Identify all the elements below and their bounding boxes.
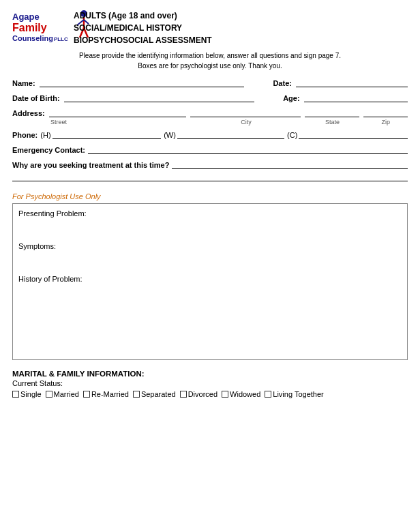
- checkbox-living-together-label: Living Together: [273, 390, 323, 398]
- psych-box: Presenting Problem: Symptoms: History of…: [12, 203, 408, 360]
- why-row: Why are you seeking treatment at this ti…: [12, 160, 408, 169]
- phone-w-input[interactable]: [177, 130, 284, 139]
- psych-section: For Psychologist Use Only Presenting Pro…: [12, 192, 408, 360]
- checkbox-separated[interactable]: Separated: [133, 390, 176, 398]
- phone-c-input[interactable]: [299, 130, 408, 139]
- why-extra-line[interactable]: [12, 172, 408, 181]
- checkbox-single-label: Single: [20, 390, 42, 398]
- checkbox-married-box[interactable]: [46, 391, 52, 398]
- checkbox-remarried-box[interactable]: [83, 391, 90, 398]
- logo: Agape Family CounselingPLLC: [12, 12, 67, 44]
- psych-label: For Psychologist Use Only: [12, 192, 408, 200]
- checkbox-living-together-box[interactable]: [265, 391, 271, 398]
- checkbox-married-label: Married: [54, 390, 79, 398]
- phone-row: Phone: (H) (W) (C): [12, 130, 408, 139]
- phone-c-group: (C): [287, 130, 408, 139]
- address-label: Address:: [12, 109, 45, 117]
- address-sublabels: Street City State Zip: [12, 119, 408, 125]
- age-input[interactable]: [304, 93, 408, 102]
- checkbox-widowed-label: Widowed: [230, 390, 260, 398]
- checkbox-living-together[interactable]: Living Together: [265, 390, 323, 398]
- address-street-input[interactable]: [49, 108, 187, 117]
- name-input[interactable]: [40, 78, 245, 87]
- dob-label: Date of Birth:: [12, 94, 60, 102]
- address-city-input[interactable]: [190, 108, 300, 117]
- header-titles: ADULTS (Age 18 and over) SOCIAL/MEDICAL …: [74, 10, 212, 46]
- phone-c-label: (C): [287, 131, 297, 139]
- checkbox-remarried-label: Re-Married: [91, 390, 129, 398]
- checkbox-separated-box[interactable]: [133, 391, 140, 398]
- emergency-input[interactable]: [88, 145, 408, 154]
- name-date-row: Name: Date:: [12, 78, 408, 87]
- phone-label: Phone:: [12, 131, 38, 139]
- checkbox-divorced-label: Divorced: [188, 390, 217, 398]
- logo-text: Agape Family CounselingPLLC: [12, 12, 68, 42]
- checkbox-married[interactable]: Married: [46, 390, 79, 398]
- checkboxes-row: Single Married Re-Married Separated Divo…: [12, 390, 408, 398]
- phone-h-label: (H): [40, 131, 50, 139]
- phone-w-group: (W): [164, 130, 284, 139]
- presenting-problem-label: Presenting Problem:: [18, 209, 402, 218]
- history-label: History of Problem:: [18, 275, 402, 283]
- checkbox-widowed[interactable]: Widowed: [222, 390, 260, 398]
- checkbox-separated-label: Separated: [141, 390, 176, 398]
- name-label: Name:: [12, 79, 35, 87]
- age-label: Age:: [283, 94, 299, 102]
- page-header: Agape Family CounselingPLLC ADULT: [12, 10, 408, 46]
- checkbox-divorced[interactable]: Divorced: [180, 390, 217, 398]
- phone-h-group: (H): [40, 130, 161, 139]
- date-label: Date:: [273, 79, 292, 87]
- address-zip-input[interactable]: [363, 108, 408, 117]
- marital-title: MARITAL & FAMILY INFORMATION:: [12, 370, 408, 378]
- marital-status-label: Current Status:: [12, 379, 408, 387]
- symptoms-label: Symptoms:: [18, 242, 402, 250]
- subtitle: Please provide the identifying informati…: [12, 50, 408, 71]
- date-input[interactable]: [296, 78, 408, 87]
- checkbox-divorced-box[interactable]: [180, 391, 187, 398]
- checkbox-widowed-box[interactable]: [222, 391, 228, 398]
- phone-w-label: (W): [164, 131, 176, 139]
- dob-age-row: Date of Birth: Age:: [12, 93, 408, 102]
- checkbox-remarried[interactable]: Re-Married: [83, 390, 129, 398]
- phone-h-input[interactable]: [52, 130, 162, 139]
- checkbox-single[interactable]: Single: [12, 390, 42, 398]
- checkbox-single-box[interactable]: [12, 391, 19, 398]
- why-input[interactable]: [172, 160, 408, 169]
- why-label: Why are you seeking treatment at this ti…: [12, 161, 169, 169]
- address-state-input[interactable]: [305, 108, 360, 117]
- marital-section: MARITAL & FAMILY INFORMATION: Current St…: [12, 370, 408, 398]
- emergency-row: Emergency Contact:: [12, 145, 408, 154]
- address-row: Address:: [12, 108, 408, 117]
- dob-input[interactable]: [64, 93, 254, 102]
- emergency-label: Emergency Contact:: [12, 146, 85, 154]
